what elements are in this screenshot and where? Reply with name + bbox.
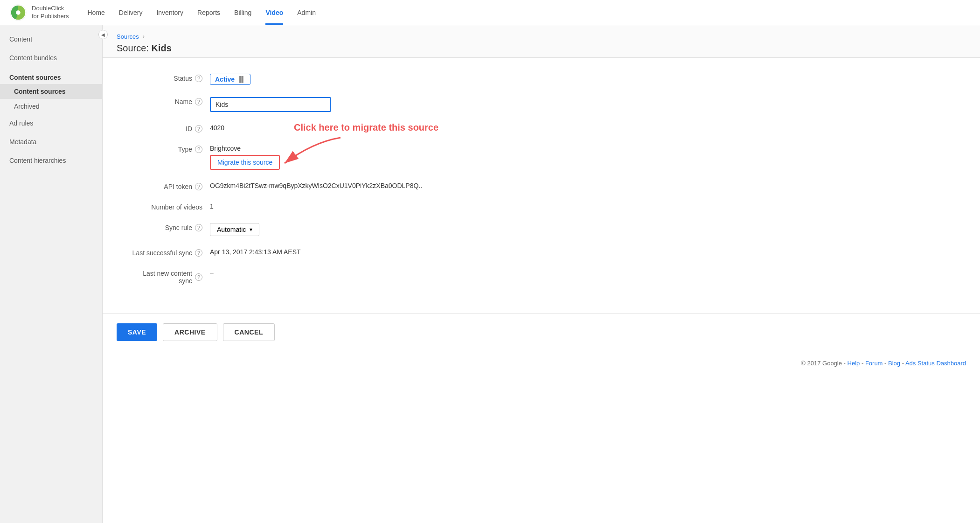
annotation-container: Migrate this source Click here to migrat… bbox=[210, 155, 280, 170]
top-nav: DoubleClick for Publishers Home Delivery… bbox=[0, 0, 980, 25]
nav-delivery[interactable]: Delivery bbox=[119, 0, 143, 25]
form-row-type: Type ? Brightcove Migrate this source Cl… bbox=[131, 143, 952, 170]
form-row-last-sync: Last successful sync ? Apr 13, 2017 2:43… bbox=[131, 246, 952, 257]
logo-text: DoubleClick for Publishers bbox=[32, 5, 69, 21]
form-row-sync-rule: Sync rule ? Automatic bbox=[131, 221, 952, 236]
label-num-videos: Number of videos bbox=[131, 201, 210, 211]
sidebar-sub-item-content-sources[interactable]: Content sources bbox=[0, 84, 102, 99]
nav-menu: Home Delivery Inventory Reports Billing … bbox=[87, 0, 315, 25]
value-num-videos: 1 bbox=[210, 201, 952, 210]
page-footer: © 2017 Google - Help - Forum - Blog - Ad… bbox=[103, 350, 980, 376]
status-badge[interactable]: Active ▐▌ bbox=[210, 74, 250, 85]
label-type: Type ? bbox=[131, 143, 210, 153]
value-sync-rule: Automatic bbox=[210, 221, 952, 236]
value-last-sync: Apr 13, 2017 2:43:13 AM AEST bbox=[210, 246, 952, 256]
value-api-token: OG9zkm4Bi2tTSwz-mw9qBypXzkyWlsO2CxU1V0Pi… bbox=[210, 180, 952, 189]
form-row-last-new-sync: Last new content sync ? – bbox=[131, 267, 952, 285]
status-toggle-icon[interactable]: ▐▌ bbox=[237, 76, 245, 83]
sidebar-item-content[interactable]: Content bbox=[0, 30, 102, 49]
dfp-logo-icon bbox=[9, 4, 27, 21]
breadcrumb-separator: › bbox=[143, 33, 145, 40]
breadcrumb-area: Sources › Source: Kids bbox=[103, 25, 980, 58]
help-icon-type[interactable]: ? bbox=[195, 146, 202, 153]
value-status: Active ▐▌ bbox=[210, 72, 952, 85]
value-type: Brightcove Migrate this source Click her… bbox=[210, 143, 952, 170]
migrate-link[interactable]: Migrate this source bbox=[210, 155, 280, 170]
label-id: ID ? bbox=[131, 122, 210, 132]
nav-reports[interactable]: Reports bbox=[197, 0, 220, 25]
label-last-sync: Last successful sync ? bbox=[131, 246, 210, 257]
sidebar-item-metadata[interactable]: Metadata bbox=[0, 132, 102, 151]
nav-admin[interactable]: Admin bbox=[297, 0, 316, 25]
name-input[interactable] bbox=[210, 97, 331, 112]
footer-link-blog[interactable]: Blog bbox=[888, 360, 900, 367]
label-status: Status ? bbox=[131, 72, 210, 82]
footer-link-ads-status[interactable]: Ads Status Dashboard bbox=[905, 360, 966, 367]
nav-inventory[interactable]: Inventory bbox=[156, 0, 183, 25]
sidebar-section-content-sources: Content sources bbox=[0, 67, 102, 84]
save-button[interactable]: SAVE bbox=[117, 323, 157, 341]
sync-rule-dropdown[interactable]: Automatic bbox=[210, 223, 259, 236]
breadcrumb: Sources › bbox=[117, 33, 966, 40]
form-row-num-videos: Number of videos 1 bbox=[131, 201, 952, 211]
help-icon-api-token[interactable]: ? bbox=[195, 183, 202, 190]
sidebar: ◀ Content Content bundles Content source… bbox=[0, 25, 103, 523]
nav-video[interactable]: Video bbox=[265, 0, 283, 25]
help-icon-id[interactable]: ? bbox=[195, 125, 202, 132]
footer-link-forum[interactable]: Forum bbox=[865, 360, 883, 367]
form-row-name: Name ? bbox=[131, 95, 952, 112]
form-area: Status ? Active ▐▌ Name ? bbox=[103, 58, 980, 309]
help-icon-status[interactable]: ? bbox=[195, 75, 202, 82]
footer-separator-3: - bbox=[884, 360, 888, 367]
value-name bbox=[210, 95, 952, 112]
label-name: Name ? bbox=[131, 95, 210, 105]
page-title: Source: Kids bbox=[117, 43, 966, 54]
label-api-token: API token ? bbox=[131, 180, 210, 190]
svg-point-1 bbox=[16, 10, 21, 15]
footer-buttons: SAVE ARCHIVE CANCEL bbox=[103, 314, 980, 350]
value-id: 4020 bbox=[210, 122, 952, 132]
sidebar-sub-item-archived[interactable]: Archived bbox=[0, 99, 102, 114]
footer-separator-1: - bbox=[844, 360, 848, 367]
sidebar-collapse-button[interactable]: ◀ bbox=[98, 30, 108, 39]
footer-link-help[interactable]: Help bbox=[848, 360, 860, 367]
nav-billing[interactable]: Billing bbox=[234, 0, 251, 25]
help-icon-last-new-sync[interactable]: ? bbox=[195, 273, 202, 281]
cancel-button[interactable]: CANCEL bbox=[223, 323, 275, 341]
footer-separator-4: - bbox=[902, 360, 905, 367]
form-row-status: Status ? Active ▐▌ bbox=[131, 72, 952, 85]
form-row-id: ID ? 4020 bbox=[131, 122, 952, 132]
value-last-new-sync: – bbox=[210, 267, 952, 276]
help-icon-last-sync[interactable]: ? bbox=[195, 249, 202, 257]
logo: DoubleClick for Publishers bbox=[9, 4, 69, 21]
help-icon-name[interactable]: ? bbox=[195, 98, 202, 105]
sidebar-item-ad-rules[interactable]: Ad rules bbox=[0, 114, 102, 132]
archive-button[interactable]: ARCHIVE bbox=[163, 323, 217, 341]
breadcrumb-parent[interactable]: Sources bbox=[117, 33, 139, 40]
footer-separator-2: - bbox=[862, 360, 865, 367]
main-layout: ◀ Content Content bundles Content source… bbox=[0, 25, 980, 523]
sidebar-item-content-bundles[interactable]: Content bundles bbox=[0, 49, 102, 67]
main-content: Sources › Source: Kids Status ? Active ▐… bbox=[103, 25, 980, 523]
label-last-new-sync: Last new content sync ? bbox=[131, 267, 210, 285]
nav-home[interactable]: Home bbox=[87, 0, 104, 25]
sidebar-item-content-hierarchies[interactable]: Content hierarchies bbox=[0, 151, 102, 170]
label-sync-rule: Sync rule ? bbox=[131, 221, 210, 231]
copyright-text: © 2017 Google bbox=[801, 360, 842, 367]
help-icon-sync-rule[interactable]: ? bbox=[195, 224, 202, 231]
form-row-api-token: API token ? OG9zkm4Bi2tTSwz-mw9qBypXzkyW… bbox=[131, 180, 952, 190]
